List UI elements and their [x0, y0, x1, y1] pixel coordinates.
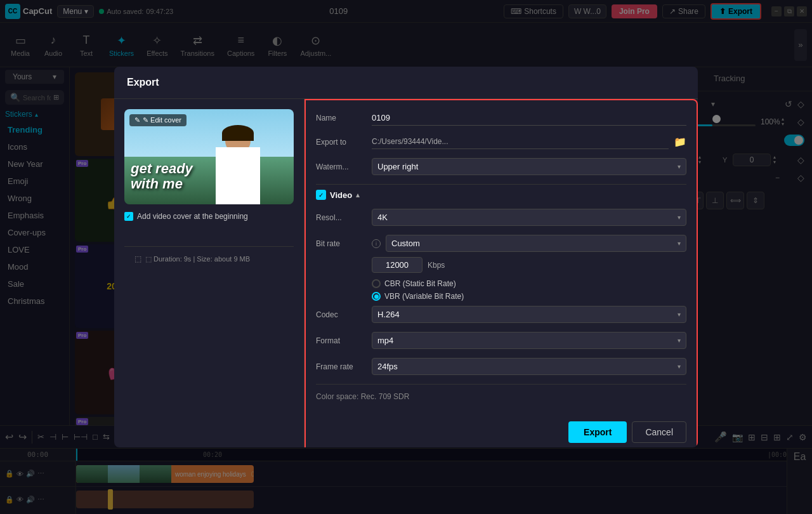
cover-text: get readywith me: [131, 161, 193, 192]
framerate-label: Frame rate: [316, 362, 367, 371]
resolution-select[interactable]: 4K ▾: [372, 209, 686, 226]
bitrate-input-row: Kbps: [372, 257, 686, 273]
vbr-radio-inner: [374, 294, 379, 299]
name-input[interactable]: [372, 110, 686, 126]
bitrate-value: Custom: [391, 239, 420, 248]
video-section-label: Video: [330, 190, 352, 200]
framerate-row: Frame rate 24fps ▾: [316, 358, 686, 375]
codec-arrow: ▾: [678, 311, 681, 318]
format-select[interactable]: mp4 ▾: [372, 332, 686, 349]
bitrate-label: Bit rate: [316, 239, 367, 248]
color-space-label: Color space: Rec. 709 SDR: [316, 392, 409, 401]
format-arrow: ▾: [678, 337, 681, 344]
format-label: Format: [316, 336, 367, 345]
export-dialog-overlay: Export get readywit: [0, 0, 812, 514]
dialog-body: get readywith me ✎ ✎ Edit cover ✓ Add vi…: [114, 99, 698, 447]
name-row: Name: [316, 110, 686, 126]
codec-select[interactable]: H.264 ▾: [372, 306, 686, 323]
color-space-row: Color space: Rec. 709 SDR: [316, 384, 686, 401]
bitrate-arrow: ▾: [678, 240, 681, 247]
resolution-label: Resol...: [316, 213, 367, 222]
video-section: ✓ Video ▴ Resol... 4K ▾: [316, 190, 686, 401]
dialog-info: ⬚ ⬚ Duration: 9s | Size: about 9 MB: [124, 246, 294, 271]
watermark-row: Waterm... Upper right ▾: [316, 158, 686, 175]
bitrate-unit: Kbps: [428, 261, 445, 270]
framerate-value: 24fps: [377, 362, 398, 371]
framerate-select[interactable]: 24fps ▾: [372, 358, 686, 375]
section-separator: [316, 184, 686, 185]
name-label: Name: [316, 114, 367, 122]
cover-person: [216, 128, 260, 204]
vbr-radio-row: VBR (Variable Bit Rate): [372, 292, 686, 301]
watermark-value: Upper right: [377, 162, 418, 171]
browse-folder-button[interactable]: 📁: [674, 136, 686, 148]
bitrate-info-container: i: [372, 239, 381, 248]
dialog-right-panel: Name Export to 📁 Waterm... Upper right ▾: [304, 99, 698, 447]
duration-info: ⬚ Duration: 9s | Size: about 9 MB: [145, 255, 250, 263]
bitrate-input-field[interactable]: [372, 257, 422, 273]
dialog-title: Export: [114, 67, 698, 99]
export-to-row: Export to 📁: [316, 135, 686, 149]
dialog-export-button[interactable]: Export: [568, 421, 627, 443]
info-icon: i: [372, 239, 381, 248]
bitrate-select[interactable]: Custom ▾: [386, 235, 686, 252]
format-value: mp4: [377, 336, 393, 345]
framerate-arrow: ▾: [678, 363, 681, 370]
edit-cover-button[interactable]: ✎ ✎ Edit cover: [129, 114, 187, 126]
export-to-label: Export to: [316, 138, 367, 147]
pencil-icon: ✎: [134, 116, 140, 124]
dialog-export-label: Export: [584, 427, 612, 437]
edit-cover-label: ✎ Edit cover: [143, 116, 181, 124]
vbr-radio-button[interactable]: [372, 292, 381, 301]
resolution-row: Resol... 4K ▾: [316, 209, 686, 226]
video-icon: ⬚: [134, 254, 141, 263]
watermark-label: Waterm...: [316, 162, 367, 171]
cover-spacer: [124, 221, 294, 246]
dialog-cancel-button[interactable]: Cancel: [632, 421, 686, 443]
codec-label: Codec: [316, 310, 367, 319]
codec-row: Codec H.264 ▾: [316, 306, 686, 323]
resolution-arrow: ▾: [678, 214, 681, 221]
codec-value: H.264: [377, 310, 400, 319]
dialog-bottom-spacer: [316, 406, 686, 416]
video-collapse-button[interactable]: ▴: [356, 190, 360, 199]
dialog-footer-buttons: Export Cancel: [316, 421, 686, 443]
cbr-radio-row: CBR (Static Bit Rate): [372, 279, 686, 288]
video-section-header: ✓ Video ▴: [316, 190, 686, 200]
export-path-input[interactable]: [372, 135, 669, 149]
add-cover-label: Add video cover at the beginning: [137, 212, 248, 221]
vbr-label: VBR (Variable Bit Rate): [384, 292, 464, 301]
video-checkbox[interactable]: ✓: [316, 190, 326, 200]
person-hair: [222, 125, 254, 141]
cover-container: get readywith me ✎ ✎ Edit cover: [124, 109, 294, 204]
format-row: Format mp4 ▾: [316, 332, 686, 349]
cbr-radio-button[interactable]: [372, 279, 381, 288]
dialog-left-panel: get readywith me ✎ ✎ Edit cover ✓ Add vi…: [114, 99, 304, 447]
add-cover-row: ✓ Add video cover at the beginning: [124, 212, 294, 221]
person-body: [216, 147, 260, 204]
export-dialog: Export get readywit: [114, 67, 698, 447]
bitrate-row: Bit rate i Custom ▾: [316, 235, 686, 252]
watermark-select[interactable]: Upper right ▾: [372, 158, 686, 175]
cbr-label: CBR (Static Bit Rate): [384, 279, 456, 288]
watermark-arrow: ▾: [678, 163, 681, 170]
add-cover-checkbox[interactable]: ✓: [124, 212, 133, 221]
resolution-value: 4K: [377, 213, 388, 222]
dialog-cancel-label: Cancel: [645, 427, 673, 437]
